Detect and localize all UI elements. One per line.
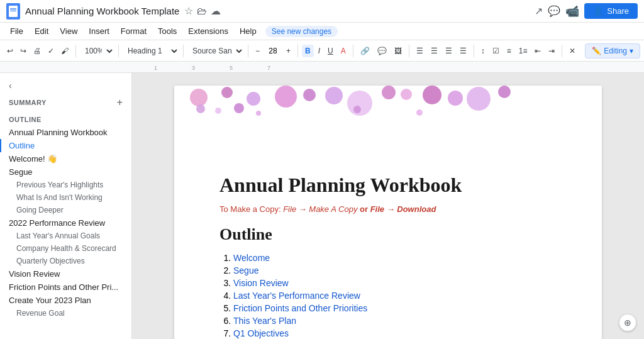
sidebar-summary-header: SUMMARY + — [0, 94, 131, 113]
sidebar-item-segue[interactable]: Segue — [0, 165, 131, 179]
bold-button[interactable]: B — [302, 45, 314, 57]
decoration-bubble — [401, 89, 412, 100]
cloud-icon[interactable]: ☁ — [211, 5, 221, 17]
font-size-increase[interactable]: + — [283, 45, 294, 57]
sidebar-item-outline[interactable]: Outline — [0, 139, 131, 152]
align-left-button[interactable]: ☰ — [413, 45, 426, 57]
outline-link-6[interactable]: This Year's Plan — [233, 316, 296, 326]
comments-icon[interactable]: 💬 — [548, 5, 560, 17]
outline-link-2[interactable]: Segue — [233, 265, 258, 275]
sidebar-item-previous-highlights[interactable]: Previous Year's Highlights — [0, 179, 131, 191]
underline-button[interactable]: U — [325, 45, 336, 57]
outline-link-5[interactable]: Friction Points and Other Priorities — [233, 303, 367, 313]
toolbar: ↩ ↪ 🖨 ✓ 🖌 100%75%125% Heading 1Normal te… — [0, 40, 644, 62]
menu-view[interactable]: View — [55, 25, 82, 37]
add-summary-button[interactable]: + — [117, 97, 123, 108]
sidebar-item-create-2023-plan[interactable]: Create Your 2023 Plan — [0, 294, 131, 307]
outline-link-3[interactable]: Vision Review — [233, 278, 289, 288]
align-right-button[interactable]: ☰ — [442, 45, 455, 57]
copy-link-2[interactable]: File → Download — [370, 204, 436, 214]
menu-edit[interactable]: Edit — [30, 25, 53, 37]
sep-6 — [353, 45, 353, 57]
italic-button[interactable]: I — [315, 45, 323, 57]
chevron-down-icon: ▾ — [630, 47, 633, 55]
sidebar-item-last-year-goals[interactable]: Last Year's Annual Goals — [0, 230, 131, 242]
list-item: Last Year's Performance Review — [233, 291, 557, 301]
decoration-bubble — [498, 86, 511, 98]
font-select[interactable]: Source San... — [187, 45, 244, 57]
font-size-input[interactable] — [264, 47, 282, 55]
list-item: This Year's Plan — [233, 316, 557, 326]
title-area: Annual Planning Workbook Template ☆ 🗁 ☁ — [6, 3, 221, 19]
link-button[interactable]: 🔗 — [357, 45, 373, 57]
redo-button[interactable]: ↪ — [17, 45, 30, 57]
undo-button[interactable]: ↩ — [4, 45, 16, 57]
document-title: Annual Planning Workbook Template — [25, 6, 179, 16]
sidebar-item-vision-review[interactable]: Vision Review — [0, 267, 131, 281]
bullet-list-button[interactable]: ≡ — [504, 45, 514, 57]
sidebar-item-annual-planning-workbook[interactable]: Annual Planning Workbook — [0, 126, 131, 139]
outline-link-7[interactable]: Q1 Objectives — [233, 328, 289, 338]
align-center-button[interactable]: ☰ — [428, 45, 441, 57]
decoration-bubble — [275, 86, 297, 108]
decoration-bubble — [325, 87, 343, 104]
decoration-bubble — [353, 106, 361, 113]
numbered-list-button[interactable]: 1≡ — [516, 45, 531, 57]
style-select[interactable]: Heading 1Normal textHeading 2 — [123, 45, 179, 57]
decoration-bubble — [196, 104, 205, 113]
menu-extensions[interactable]: Extensions — [183, 25, 233, 37]
image-button[interactable]: 🖼 — [391, 45, 405, 57]
text-color-button[interactable]: A — [338, 45, 349, 57]
clear-format-button[interactable]: ✕ — [566, 45, 579, 57]
zoom-icon[interactable]: ⊕ — [619, 314, 636, 331]
sidebar-item-what-is-working[interactable]: What Is And Isn't Working — [0, 191, 131, 204]
outline-link-4[interactable]: Last Year's Performance Review — [233, 291, 360, 301]
outline-link-1[interactable]: Welcome — [233, 253, 270, 263]
document-h1: Annual Planning Workbook — [219, 174, 557, 197]
sep-9 — [562, 45, 562, 57]
page: Annual Planning Workbook To Make a Copy:… — [174, 86, 602, 339]
indent-more-button[interactable]: ⇥ — [545, 45, 558, 57]
comment-button[interactable]: 💬 — [374, 45, 390, 57]
sidebar-item-2022-performance[interactable]: 2022 Performance Review — [0, 216, 131, 230]
sidebar-item-revenue-goal[interactable]: Revenue Goal — [0, 307, 131, 320]
analytics-icon[interactable]: ↗ — [535, 5, 543, 17]
star-icon[interactable]: ☆ — [184, 5, 193, 17]
sidebar-item-quarterly-objectives[interactable]: Quarterly Objectives — [0, 255, 131, 267]
decoration-bubble — [215, 108, 221, 114]
menu-file[interactable]: File — [5, 25, 28, 37]
decoration-bubble — [234, 103, 244, 113]
font-size-decrease[interactable]: − — [252, 45, 263, 57]
top-right-controls: ↗ 💬 📹 👤 Share — [535, 3, 638, 19]
zoom-select[interactable]: 100%75%125% — [80, 45, 114, 57]
sidebar-item-company-health[interactable]: Company Health & Scorecard — [0, 242, 131, 255]
menu-insert[interactable]: Insert — [84, 25, 114, 37]
copy-link-1[interactable]: File → Make A Copy — [283, 204, 357, 214]
sep-3 — [183, 45, 184, 57]
editing-button[interactable]: ✏️ Editing ▾ — [585, 43, 640, 58]
sidebar-item-friction-points[interactable]: Friction Points and Other Pri... — [0, 281, 131, 294]
menu-format[interactable]: Format — [116, 25, 152, 37]
back-button[interactable]: ‹ — [0, 79, 131, 94]
sidebar-item-welcome[interactable]: Welcome! 👋 — [0, 152, 131, 165]
folder-icon[interactable]: 🗁 — [197, 6, 207, 17]
meet-icon[interactable]: 📹 — [565, 4, 579, 18]
document-h2: Outline — [219, 225, 557, 244]
indent-less-button[interactable]: ⇤ — [531, 45, 544, 57]
paint-format-button[interactable]: 🖌 — [58, 45, 72, 57]
menu-help[interactable]: Help — [235, 25, 262, 37]
sidebar-item-going-deeper[interactable]: Going Deeper — [0, 204, 131, 216]
see-changes-button[interactable]: See new changes — [265, 26, 338, 37]
list-item: Vision Review — [233, 278, 557, 288]
share-button[interactable]: 👤 Share — [584, 3, 638, 19]
decoration-bubble — [190, 89, 208, 106]
align-justify-button[interactable]: ☰ — [457, 45, 470, 57]
share-label: Share — [607, 6, 629, 16]
checklist-button[interactable]: ☑ — [489, 45, 502, 57]
line-spacing-button[interactable]: ↕ — [478, 45, 488, 57]
top-bar: Annual Planning Workbook Template ☆ 🗁 ☁ … — [0, 0, 644, 23]
sep-5 — [297, 45, 298, 57]
print-button[interactable]: 🖨 — [30, 45, 44, 57]
menu-tools[interactable]: Tools — [153, 25, 182, 37]
spellcheck-button[interactable]: ✓ — [45, 45, 57, 57]
